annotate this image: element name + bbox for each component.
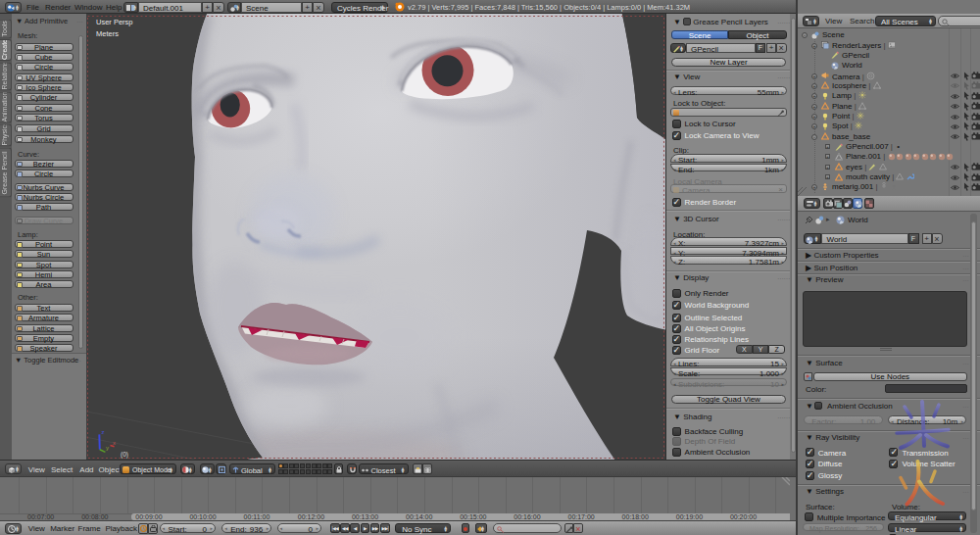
svg-text:Meters: Meters xyxy=(96,29,119,38)
svg-text:z: z xyxy=(102,429,105,435)
svg-text:User Persp: User Persp xyxy=(96,18,133,26)
svg-text:y: y xyxy=(106,445,109,451)
svg-text:(0): (0) xyxy=(121,451,128,459)
svg-text:x: x xyxy=(113,440,116,446)
